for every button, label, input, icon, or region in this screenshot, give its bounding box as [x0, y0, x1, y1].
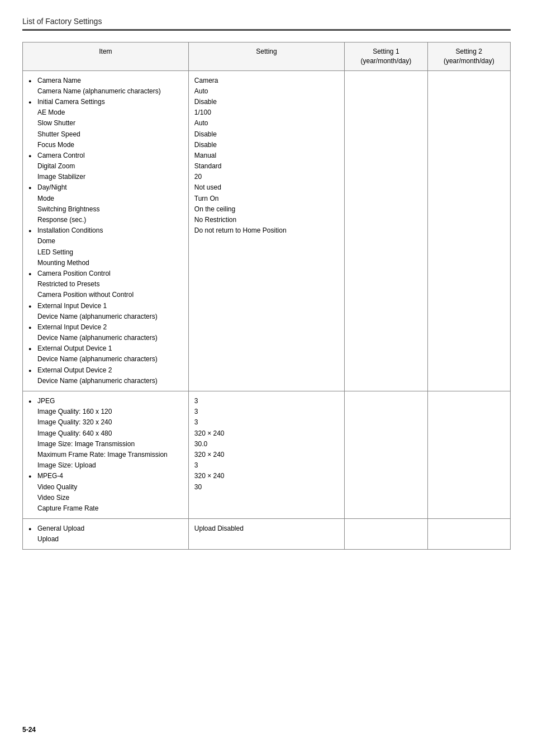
list-item: Video Size	[28, 493, 183, 503]
header-title: List of Factory Settings	[22, 17, 102, 26]
table-row: General UploadUploadUpload Disabled	[23, 519, 511, 550]
setting-item: 320 × 240	[194, 471, 339, 481]
list-item: Capture Frame Rate	[28, 503, 183, 514]
list-item: Video Quality	[28, 482, 183, 493]
col-header-setting: Setting	[188, 42, 344, 71]
list-item: External Output Device 2	[28, 365, 183, 376]
list-item: Focus Mode	[28, 140, 183, 150]
list-item: Device Name (alphanumeric characters)	[28, 376, 183, 386]
setting-cell: CameraAutoDisable1/100AutoDisableDisable…	[188, 70, 344, 391]
list-item: Switching Brightness	[28, 204, 183, 215]
col-header-s1: Setting 1(year/month/day)	[345, 42, 427, 71]
list-item: Image Quality: 320 x 240	[28, 417, 183, 428]
list-item: Initial Camera Settings	[28, 97, 183, 107]
list-item: Digital Zoom	[28, 161, 183, 172]
setting-item: 320 × 240	[194, 450, 339, 460]
list-item: General Upload	[28, 523, 183, 534]
header-bar: List of Factory Settings	[22, 17, 511, 31]
list-item: Image Size: Image Transmission	[28, 439, 183, 450]
setting-item: 3	[194, 460, 339, 471]
list-item: Response (sec.)	[28, 215, 183, 225]
list-item: Slow Shutter	[28, 118, 183, 129]
setting-item: 20	[194, 172, 339, 182]
setting1-cell	[345, 391, 427, 519]
table-row: JPEGImage Quality: 160 x 120Image Qualit…	[23, 391, 511, 519]
item-cell: JPEGImage Quality: 160 x 120Image Qualit…	[23, 391, 189, 519]
setting-item: Standard	[194, 161, 339, 172]
list-item: MPEG-4	[28, 471, 183, 481]
setting-item: Turn On	[194, 193, 339, 204]
setting2-cell	[427, 391, 510, 519]
footer-page: 5-24	[22, 726, 36, 734]
setting-item: No Restriction	[194, 215, 339, 225]
list-item: Day/Night	[28, 182, 183, 193]
setting-item: Disable	[194, 97, 339, 107]
setting-item: Disable	[194, 129, 339, 140]
list-item: Image Quality: 640 x 480	[28, 428, 183, 439]
setting-item: 3	[194, 396, 339, 407]
list-item: Mode	[28, 193, 183, 204]
list-item: Mounting Method	[28, 258, 183, 268]
setting-item: Auto	[194, 86, 339, 97]
setting-item: 1/100	[194, 107, 339, 118]
setting-item: On the ceiling	[194, 204, 339, 215]
setting-item: 3	[194, 407, 339, 417]
list-item: Image Size: Upload	[28, 460, 183, 471]
setting1-cell	[345, 519, 427, 550]
setting-item: Camera	[194, 75, 339, 86]
setting-cell: 333320 × 24030.0320 × 2403320 × 24030	[188, 391, 344, 519]
list-item: Camera Position without Control	[28, 290, 183, 300]
setting-item: Auto	[194, 118, 339, 129]
setting2-cell	[427, 519, 510, 550]
list-item: Camera Position Control	[28, 268, 183, 279]
item-cell: General UploadUpload	[23, 519, 189, 550]
list-item: External Input Device 2	[28, 322, 183, 333]
list-item: Device Name (alphanumeric characters)	[28, 333, 183, 343]
setting-item: Not used	[194, 182, 339, 193]
list-item: Upload	[28, 534, 183, 545]
list-item: Shutter Speed	[28, 129, 183, 140]
setting-item: Upload Disabled	[194, 523, 339, 534]
list-item: Camera Name (alphanumeric characters)	[28, 86, 183, 97]
col-header-item: Item	[23, 42, 189, 71]
list-item: External Input Device 1	[28, 301, 183, 311]
page: List of Factory Settings Item Setting Se…	[0, 0, 533, 600]
list-item: Image Quality: 160 x 120	[28, 407, 183, 417]
list-item: Device Name (alphanumeric characters)	[28, 354, 183, 365]
setting2-cell	[427, 70, 510, 391]
setting-item: 30.0	[194, 439, 339, 450]
table-row: Camera NameCamera Name (alphanumeric cha…	[23, 70, 511, 391]
setting-item: Disable	[194, 140, 339, 150]
setting-cell: Upload Disabled	[188, 519, 344, 550]
list-item: Camera Control	[28, 150, 183, 161]
list-item: LED Setting	[28, 247, 183, 258]
list-item: AE Mode	[28, 107, 183, 118]
list-item: External Output Device 1	[28, 343, 183, 354]
list-item: Device Name (alphanumeric characters)	[28, 311, 183, 322]
setting-item: 3	[194, 417, 339, 428]
list-item: Dome	[28, 236, 183, 247]
list-item: Restricted to Presets	[28, 279, 183, 290]
setting-item: Do not return to Home Position	[194, 225, 339, 236]
setting-item: Manual	[194, 150, 339, 161]
list-item: Image Stabilizer	[28, 172, 183, 182]
list-item: Installation Conditions	[28, 225, 183, 236]
setting-item: 30	[194, 482, 339, 493]
list-item: Maximum Frame Rate: Image Transmission	[28, 450, 183, 460]
list-item: Camera Name	[28, 75, 183, 86]
setting1-cell	[345, 70, 427, 391]
main-table: Item Setting Setting 1(year/month/day) S…	[22, 42, 511, 550]
item-cell: Camera NameCamera Name (alphanumeric cha…	[23, 70, 189, 391]
col-header-s2: Setting 2(year/month/day)	[427, 42, 510, 71]
setting-item: 320 × 240	[194, 428, 339, 439]
list-item: JPEG	[28, 396, 183, 407]
